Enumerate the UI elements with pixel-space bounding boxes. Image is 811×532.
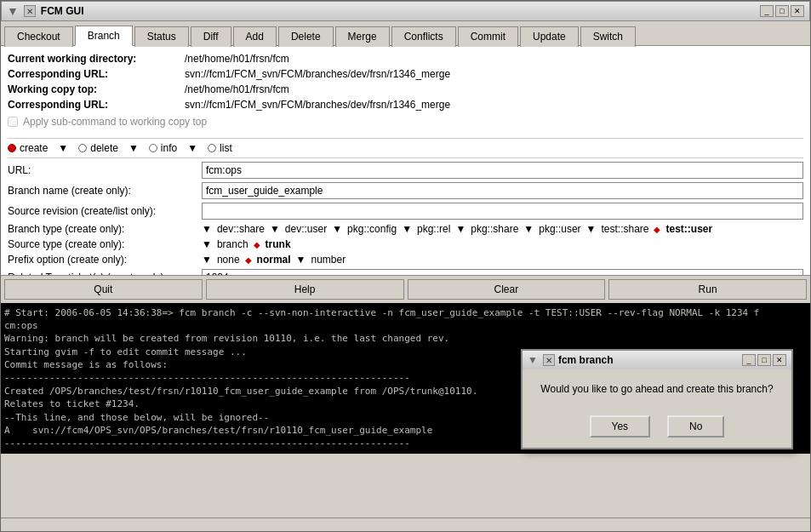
tab-bar: Checkout Branch Status Diff Add Delete M… [1, 21, 810, 46]
main-window: ▼ ✕ FCM GUI _ □ ✕ Checkout Branch Status… [0, 0, 811, 532]
radio-create-dot [8, 144, 16, 152]
dropdown-arrow-1: ▼ [58, 142, 68, 154]
bt-diamond: ◆ [654, 225, 660, 234]
branch-type-row: Branch type (create only): ▼ dev::share … [8, 223, 803, 235]
tab-conflicts[interactable]: Conflicts [391, 26, 456, 47]
quit-button[interactable]: Quit [4, 279, 203, 300]
bt-arrow-4: ▼ [402, 223, 412, 235]
bt-label-4[interactable]: pkg::rel [417, 223, 450, 235]
cwd-row: Current working directory: /net/home/h01… [8, 53, 803, 65]
wct-row: Working copy top: /net/home/h01/frsn/fcm [8, 83, 803, 95]
dialog-title: fcm branch [558, 354, 739, 366]
url1-value: svn://fcm1/FCM_svn/FCM/branches/dev/frsn… [185, 68, 450, 80]
dialog-minimize[interactable]: _ [742, 354, 756, 366]
tab-switch[interactable]: Switch [580, 26, 636, 47]
radio-info[interactable]: info [149, 142, 177, 154]
bt-arrow-5: ▼ [455, 223, 465, 235]
apply-row: Apply sub-command to working copy top [8, 116, 803, 128]
window-title: FCM GUI [41, 5, 755, 17]
bt-label-5[interactable]: pkg::share [471, 223, 518, 235]
st-label-1[interactable]: branch [217, 238, 248, 250]
branch-type-options: ▼ dev::share ▼ dev::user ▼ pkg::config ▼… [202, 223, 712, 235]
dialog-close-icon[interactable]: ✕ [543, 354, 555, 366]
radio-create-label: create [20, 142, 48, 154]
clear-button[interactable]: Clear [408, 279, 606, 300]
tab-commit[interactable]: Commit [458, 26, 518, 47]
tab-add[interactable]: Add [233, 26, 277, 47]
app-icon: ▼ [7, 4, 19, 18]
branch-name-label: Branch name (create only): [8, 185, 195, 197]
bt-label-7[interactable]: test::share [601, 223, 648, 235]
bt-arrow-6: ▼ [523, 223, 534, 235]
tab-delete[interactable]: Delete [278, 26, 334, 47]
title-bar: ▼ ✕ FCM GUI _ □ ✕ [1, 1, 810, 21]
radio-delete[interactable]: delete [78, 142, 118, 154]
url-field-row: URL: [8, 162, 803, 179]
radio-info-dot [149, 144, 157, 152]
tab-diff[interactable]: Diff [191, 26, 231, 47]
url2-label: Corresponding URL: [8, 99, 178, 111]
help-button[interactable]: Help [206, 279, 404, 300]
prefix-option-label: Prefix option (create only): [8, 254, 195, 266]
url-input[interactable] [202, 162, 803, 179]
radio-create[interactable]: create [8, 142, 48, 154]
dialog-title-bar: ▼ ✕ fcm branch _ □ ✕ [523, 351, 791, 369]
source-rev-input[interactable] [202, 203, 803, 220]
dropdown-arrow-2: ▼ [129, 142, 139, 154]
url-field-label: URL: [8, 164, 195, 176]
st-diamond: ◆ [254, 240, 260, 249]
st-arrow-1: ▼ [202, 238, 212, 250]
source-type-row: Source type (create only): ▼ branch ◆ tr… [8, 238, 803, 250]
subcommand-row: create ▼ delete ▼ info ▼ list [8, 138, 803, 158]
source-type-options: ▼ branch ◆ trunk [202, 238, 291, 250]
bt-arrow-1: ▼ [202, 223, 212, 235]
bt-label-3[interactable]: pkg::config [347, 223, 397, 235]
dialog-restore[interactable]: □ [757, 354, 771, 366]
branch-name-input[interactable] [202, 182, 803, 199]
source-type-label: Source type (create only): [8, 238, 195, 250]
dialog-buttons: Yes No [523, 409, 791, 448]
branch-type-label: Branch type (create only): [8, 223, 195, 235]
bt-label-1[interactable]: dev::share [217, 223, 265, 235]
po-label-1[interactable]: none [217, 254, 240, 266]
dialog-close-btn[interactable]: ✕ [773, 354, 786, 366]
tab-merge[interactable]: Merge [335, 26, 390, 47]
source-rev-label: Source revision (create/list only): [8, 205, 195, 217]
wct-label: Working copy top: [8, 83, 178, 95]
prefix-option-row: Prefix option (create only): ▼ none ◆ no… [8, 254, 803, 266]
dialog-content: Would you like to go ahead and create th… [523, 369, 791, 409]
bt-label-2[interactable]: dev::user [285, 223, 327, 235]
close-icon[interactable]: ✕ [24, 5, 36, 17]
tab-update[interactable]: Update [520, 26, 579, 47]
radio-delete-label: delete [90, 142, 118, 154]
cwd-label: Current working directory: [8, 53, 178, 65]
tab-checkout[interactable]: Checkout [4, 26, 73, 47]
button-row: Quit Help Clear Run [1, 275, 810, 303]
bt-arrow-2: ▼ [270, 223, 280, 235]
branch-name-row: Branch name (create only): [8, 182, 803, 199]
tab-branch[interactable]: Branch [75, 26, 133, 46]
po-label-3[interactable]: number [311, 254, 346, 266]
url2-row: Corresponding URL: svn://fcm1/FCM_svn/FC… [8, 99, 803, 111]
tab-status[interactable]: Status [134, 26, 189, 47]
restore-button[interactable]: □ [775, 5, 789, 17]
close-button[interactable]: ✕ [791, 5, 804, 17]
dialog-yes-button[interactable]: Yes [590, 415, 651, 438]
dialog-no-button[interactable]: No [667, 415, 724, 438]
st-label-2[interactable]: trunk [266, 238, 291, 250]
bt-label-6[interactable]: pkg::user [539, 223, 580, 235]
po-diamond: ◆ [245, 255, 252, 265]
status-bar [1, 518, 810, 531]
radio-list[interactable]: list [208, 142, 232, 154]
apply-label: Apply sub-command to working copy top [23, 116, 207, 128]
bt-label-8[interactable]: test::user [665, 223, 712, 235]
dropdown-arrow-3: ▼ [187, 142, 197, 154]
run-button[interactable]: Run [608, 279, 807, 300]
minimize-button[interactable]: _ [760, 5, 774, 17]
apply-checkbox[interactable] [8, 117, 18, 127]
window-controls: _ □ ✕ [760, 5, 804, 17]
url2-value: svn://fcm1/FCM_svn/FCM/branches/dev/frsn… [185, 99, 450, 111]
branch-dialog: ▼ ✕ fcm branch _ □ ✕ Would you like to g… [521, 349, 793, 449]
url1-label: Corresponding URL: [8, 68, 178, 80]
po-label-2[interactable]: normal [257, 254, 291, 266]
